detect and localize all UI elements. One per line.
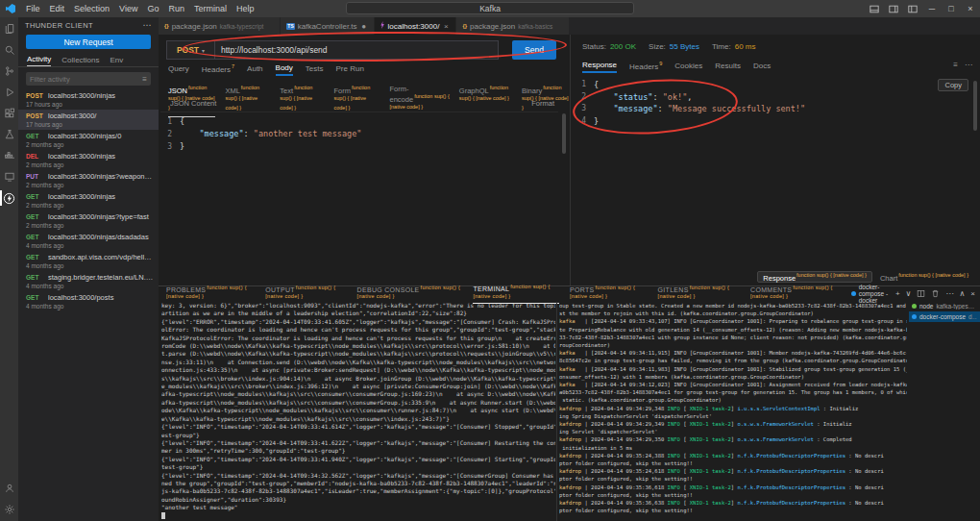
activity-item[interactable]: POSTlocalhost:3000/ninjas 17 hours ago bbox=[18, 89, 159, 110]
activity-item[interactable]: GETlocalhost:3000/ninjas 2 months ago bbox=[18, 190, 159, 211]
activity-item[interactable]: GETstaging.bridger.testelan.eu/LN.WebSer… bbox=[18, 271, 159, 291]
send-button[interactable]: Send bbox=[512, 40, 556, 60]
response-tabs-response[interactable]: Response bbox=[582, 61, 617, 73]
activity-url: localhost:3000/ bbox=[48, 112, 159, 120]
modified-dot-icon[interactable]: ● bbox=[360, 22, 368, 31]
activity-item[interactable]: PUTlocalhost:3000/ninjas?weapon=stars 2 … bbox=[18, 170, 159, 190]
terminal-tabs-ports[interactable]: PORTSfunction sup() { [native code] } bbox=[570, 285, 648, 304]
run-debug-icon[interactable] bbox=[0, 85, 18, 100]
remote-explorer-icon[interactable] bbox=[0, 169, 18, 185]
sidebar-more-icon[interactable]: ⋯ bbox=[143, 20, 152, 30]
request-tabs-body[interactable]: Body bbox=[276, 63, 293, 76]
terminal-tabs-comments[interactable]: COMMENTSfunction sup() { [native code] } bbox=[750, 285, 841, 304]
new-request-button[interactable]: New Request bbox=[26, 35, 151, 49]
kill-terminal-icon[interactable] bbox=[931, 289, 940, 298]
maximize-panel-icon[interactable]: ∧ bbox=[959, 289, 965, 298]
activity-item[interactable]: POSTlocalhost:3000/ 17 hours ago bbox=[18, 110, 159, 130]
activity-item[interactable]: GETlocalhost:3000/ninjas/0 2 months ago bbox=[18, 130, 159, 150]
editor-tab[interactable]: {}package.jsonkafka-basics bbox=[456, 17, 570, 35]
terminal-right-log[interactable]: oup test-group in Stable state. Created … bbox=[559, 302, 907, 520]
request-tabs-tests[interactable]: Tests bbox=[306, 64, 324, 75]
menu-selection[interactable]: Selection bbox=[69, 4, 114, 13]
request-tabs-headers[interactable]: Headers7 bbox=[202, 63, 234, 76]
terminal-left-log[interactable]: key: 3, version: 6}","broker":"localhost… bbox=[161, 302, 555, 520]
response-more-icon[interactable]: ⋯ bbox=[965, 61, 972, 69]
tab-detail: kafka-basics bbox=[518, 23, 552, 30]
maximize-button[interactable]: □ bbox=[942, 0, 961, 17]
response-tabs-results[interactable]: Results bbox=[715, 62, 741, 72]
terminal-tabs-output[interactable]: OUTPUTfunction sup() { [native code] } bbox=[265, 285, 346, 304]
menu-go[interactable]: Go bbox=[142, 4, 163, 13]
close-tab-icon[interactable]: × bbox=[442, 22, 450, 31]
activity-item[interactable]: GETlocalhost:3000/posts 4 months ago bbox=[18, 291, 159, 311]
format-link[interactable]: Format bbox=[531, 99, 554, 108]
request-tabs-auth[interactable]: Auth bbox=[247, 64, 262, 75]
command-center[interactable]: Kafka bbox=[346, 2, 634, 14]
close-window-button[interactable]: × bbox=[961, 0, 980, 17]
terminal-tabs-terminal[interactable]: TERMINALfunction sup() { [native code] } bbox=[473, 284, 559, 304]
activity-item[interactable]: GETlocalhost:3000/ninjas?type=fast 2 mon… bbox=[18, 211, 159, 231]
copy-button[interactable]: Copy bbox=[938, 79, 968, 91]
toggle-panel-icon[interactable] bbox=[865, 0, 884, 17]
explorer-icon[interactable] bbox=[0, 21, 18, 37]
search-icon[interactable] bbox=[0, 42, 18, 58]
response-tabs-cookies[interactable]: Cookies bbox=[674, 62, 702, 72]
terminal-tabs-problems[interactable]: PROBLEMSfunction sup() { [native code] } bbox=[166, 285, 255, 304]
sidebar-tab-activity[interactable]: Activity bbox=[27, 55, 51, 66]
line-number: 3 bbox=[575, 103, 594, 115]
editor-tab[interactable]: {}package.jsonkafka-typescript bbox=[159, 17, 281, 35]
activity-item[interactable]: DELlocalhost:3000/ninjas 2 months ago bbox=[18, 150, 159, 170]
extensions-icon[interactable] bbox=[0, 106, 18, 121]
editor-tab[interactable]: localhost:3000/× bbox=[375, 17, 457, 35]
method-dropdown[interactable]: POST ▾ bbox=[166, 40, 214, 60]
menu-run[interactable]: Run bbox=[163, 4, 189, 13]
menu-file[interactable]: File bbox=[21, 4, 45, 13]
activity-item[interactable]: GETlocalhost:3000/ninjas/dsadadas 4 mont… bbox=[18, 231, 159, 251]
testing-icon[interactable] bbox=[0, 127, 18, 142]
accounts-icon[interactable] bbox=[0, 481, 18, 496]
thunder-client-icon[interactable] bbox=[0, 190, 18, 206]
response-bottom-tabs-response[interactable]: Responsefunction sup() { [native code] } bbox=[757, 271, 872, 284]
menu-edit[interactable]: Edit bbox=[45, 4, 70, 13]
json-content-row: JSON Content Format bbox=[170, 99, 554, 108]
menu-help[interactable]: Help bbox=[232, 4, 259, 13]
response-tabs-docs[interactable]: Docs bbox=[753, 62, 771, 72]
close-panel-icon[interactable]: × bbox=[970, 289, 975, 298]
docker-icon[interactable] bbox=[0, 148, 18, 163]
new-terminal-icon[interactable]: + bbox=[895, 289, 900, 298]
customize-layout-icon[interactable] bbox=[903, 0, 922, 17]
request-body-code[interactable]: 1{2 "message": "another test message"3} bbox=[160, 112, 558, 280]
request-scrollbar[interactable] bbox=[562, 113, 566, 154]
toggle-sidebar-icon[interactable] bbox=[884, 0, 903, 17]
filter-icon[interactable]: ≡ bbox=[142, 75, 147, 84]
terminal-tabs-debug-console[interactable]: DEBUG CONSOLEfunction sup() { [native co… bbox=[357, 285, 463, 304]
request-url-input[interactable] bbox=[214, 40, 499, 60]
terminal-tabs-gitlens[interactable]: GITLENSfunction sup() { [native code] } bbox=[658, 285, 740, 304]
request-tabs-query[interactable]: Query bbox=[168, 64, 189, 75]
active-terminal-label[interactable]: docker-compose - docker bbox=[851, 284, 890, 304]
filter-activity-input[interactable] bbox=[30, 75, 139, 84]
activity-item[interactable]: GETsandbox.api.visa.com/vdp/helloworld 4… bbox=[18, 251, 159, 271]
menu-view[interactable]: View bbox=[114, 4, 142, 13]
settings-gear-icon[interactable] bbox=[0, 502, 18, 517]
editor-tab[interactable]: TSkafkaController.ts● bbox=[281, 17, 374, 35]
response-scrollbar[interactable] bbox=[973, 81, 977, 131]
response-body-code[interactable]: 1{2 "status": "ok!",3 "message": "Messag… bbox=[575, 79, 942, 270]
sidebar-tab-collections[interactable]: Collections bbox=[61, 56, 99, 66]
response-tabs-headers[interactable]: Headers9 bbox=[629, 61, 662, 73]
terminal-list-item[interactable]: docker-composedocker bbox=[909, 311, 980, 322]
request-tabs-pre-run[interactable]: Pre Run bbox=[335, 64, 363, 75]
sidebar-tab-env[interactable]: Env bbox=[110, 56, 123, 66]
terminal-dropdown-icon[interactable]: ∨ bbox=[906, 289, 912, 298]
terminal-split-divider[interactable] bbox=[556, 302, 557, 521]
terminal-list-item[interactable]: nodekafka-typescript bbox=[909, 301, 980, 311]
response-filter-icon[interactable]: ≡ bbox=[953, 61, 958, 69]
menu-terminal[interactable]: Terminal bbox=[189, 4, 232, 13]
split-terminal-icon[interactable] bbox=[917, 289, 925, 298]
minimize-button[interactable]: ─ bbox=[922, 0, 942, 17]
vscode-window: FileEditSelectionViewGoRunTerminalHelp K… bbox=[0, 0, 980, 521]
terminal-line bbox=[161, 512, 555, 520]
response-bottom-tabs-chart[interactable]: Chartfunction sup() { [native code] } bbox=[880, 272, 968, 283]
source-control-icon[interactable] bbox=[0, 63, 18, 79]
panel-more-icon[interactable]: ⋯ bbox=[945, 289, 953, 298]
